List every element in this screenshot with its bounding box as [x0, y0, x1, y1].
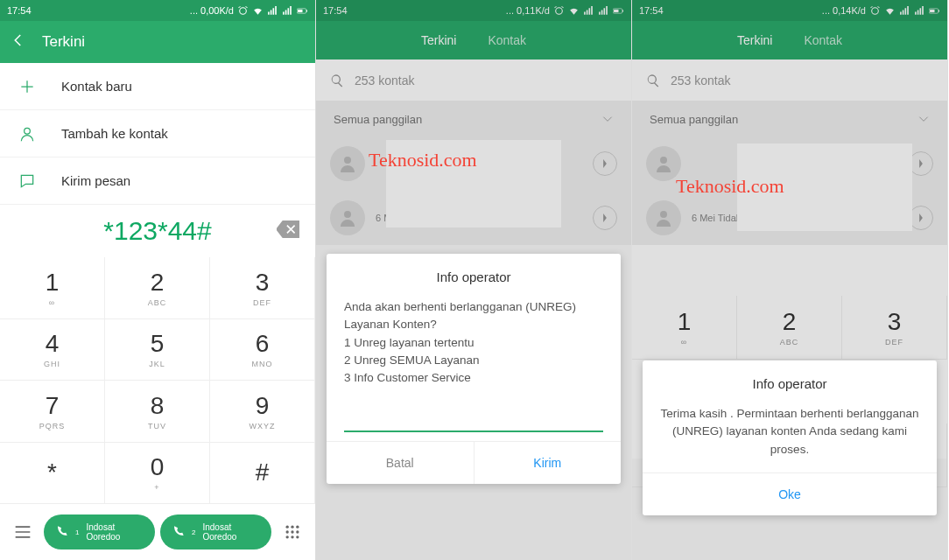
menu-send-message[interactable]: Kirim pesan: [0, 158, 315, 205]
sim2-call-button[interactable]: 2 IndosatOoredoo: [160, 514, 271, 550]
svg-point-3: [25, 128, 31, 134]
person-icon: [18, 124, 37, 144]
svg-point-9: [296, 530, 299, 533]
dialog-title: Info operator: [643, 360, 937, 400]
message-icon: [18, 172, 37, 191]
watermark: Teknosid.com: [676, 175, 784, 198]
key-*[interactable]: *: [0, 443, 105, 505]
signal-icon: [267, 5, 278, 17]
screen-ussd-result: 17:54 ... 0,14K/d Terkini Kontak 253 kon…: [632, 0, 948, 560]
key-8[interactable]: 8TUV: [105, 381, 210, 443]
svg-point-12: [296, 536, 299, 538]
status-bar: 17:54 ... 0,00K/d: [0, 0, 315, 21]
svg-point-11: [291, 536, 293, 538]
dial-display: *123*44#: [0, 205, 315, 257]
key-2[interactable]: 2ABC: [105, 257, 210, 319]
menu-new-contact[interactable]: Kontak baru: [0, 63, 315, 110]
key-4[interactable]: 4GHI: [0, 319, 105, 382]
screen-ussd-menu: 17:54 ... 0,11K/d Terkini Kontak 253 kon…: [316, 0, 632, 560]
wifi-icon: [252, 5, 264, 17]
svg-point-6: [296, 526, 299, 528]
sim1-call-button[interactable]: 1 IndosatOoredoo: [44, 514, 155, 550]
keypad: 1∞2ABC3DEF4GHI5JKL6MNO7PQRS8TUV9WXYZ*0+#: [0, 257, 315, 504]
dialpad-toggle[interactable]: [277, 523, 308, 541]
ok-button[interactable]: Oke: [643, 473, 937, 515]
dialed-number: *123*44#: [103, 216, 211, 246]
signal-icon: [282, 5, 293, 17]
svg-rect-1: [306, 10, 307, 11]
menu-button[interactable]: [7, 525, 39, 539]
key-5[interactable]: 5JKL: [105, 319, 210, 382]
dialog-title: Info operator: [327, 254, 621, 293]
backspace-button[interactable]: [277, 220, 299, 242]
call-bar: 1 IndosatOoredoo 2 IndosatOoredoo: [0, 504, 315, 560]
app-title: Terkini: [42, 33, 85, 51]
svg-point-10: [286, 536, 289, 538]
screen-dialer: 17:54 ... 0,00K/d Terkini Kontak baru Ta…: [0, 0, 316, 560]
battery-icon: [297, 5, 308, 17]
svg-point-5: [291, 526, 293, 528]
svg-point-7: [286, 530, 289, 533]
status-icons: ... 0,00K/d: [190, 5, 308, 17]
ussd-input[interactable]: [344, 406, 603, 432]
key-3[interactable]: 3DEF: [210, 257, 315, 319]
menu-list: Kontak baru Tambah ke kontak Kirim pesan: [0, 63, 315, 205]
ussd-dialog: Info operator Anda akan berhenti berlang…: [327, 254, 621, 484]
key-0[interactable]: 0+: [105, 443, 210, 505]
watermark: Teknosid.com: [369, 149, 477, 172]
key-1[interactable]: 1∞: [0, 257, 105, 319]
menu-add-to-contact[interactable]: Tambah ke kontak: [0, 110, 315, 158]
svg-point-8: [291, 530, 293, 533]
dialog-body: Terima kasih . Permintaan berhenti berla…: [643, 400, 937, 472]
app-bar: Terkini: [0, 21, 315, 63]
svg-rect-2: [298, 9, 302, 11]
send-button[interactable]: Kirim: [474, 442, 622, 484]
cancel-button[interactable]: Batal: [327, 442, 474, 484]
alarm-icon: [237, 5, 249, 17]
key-6[interactable]: 6MNO: [210, 319, 315, 382]
key-7[interactable]: 7PQRS: [0, 381, 105, 443]
dialog-body: Anda akan berhenti berlangganan (UNREG) …: [327, 293, 621, 401]
ussd-dialog: Info operator Terima kasih . Permintaan …: [643, 360, 937, 515]
svg-point-4: [286, 526, 289, 528]
plus-icon: [18, 77, 37, 96]
status-time: 17:54: [7, 5, 32, 16]
key-9[interactable]: 9WXYZ: [210, 381, 315, 443]
back-icon[interactable]: [11, 32, 26, 52]
key-#[interactable]: #: [210, 443, 315, 505]
